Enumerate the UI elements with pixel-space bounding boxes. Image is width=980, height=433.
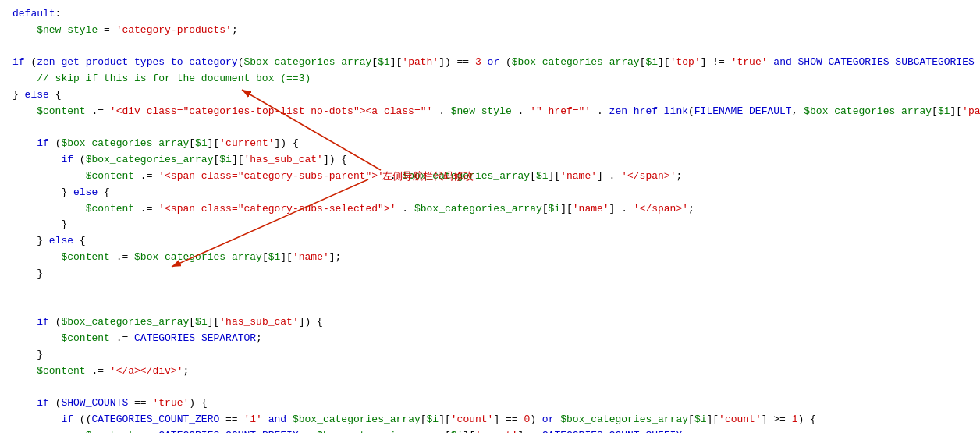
code-line [0, 379, 980, 396]
code-line [0, 120, 980, 137]
code-line: $content .= CATEGORIES_SEPARATOR; [0, 331, 980, 347]
code-line: $content .= $box_categories_array[$i]['n… [0, 250, 980, 266]
code-line [0, 282, 980, 299]
code-line: $content .= '<span class="category-subs-… [0, 169, 980, 185]
code-line: default: [0, 6, 980, 23]
code-line: if ((CATEGORIES_COUNT_ZERO == '1' and $b… [0, 412, 980, 428]
code-line: } else { [0, 87, 980, 104]
code-line: $content .= CATEGORIES_COUNT_PREFIX . $b… [0, 428, 980, 433]
code-line: if ($box_categories_array[$i]['has_sub_c… [0, 314, 980, 331]
code-line: } [0, 217, 980, 233]
code-line: $content .= '<span class="category-subs-… [0, 201, 980, 218]
code-line: } else { [0, 233, 980, 250]
code-line: if (SHOW_COUNTS == 'true') { [0, 396, 980, 412]
code-line: $new_style = 'category-products'; [0, 23, 980, 39]
code-line [0, 298, 980, 314]
code-line: // skip if this is for the document box … [0, 71, 980, 87]
code-line: } [0, 266, 980, 282]
code-line: if ($box_categories_array[$i]['has_sub_c… [0, 152, 980, 169]
code-editor: default: $new_style = 'category-products… [0, 0, 980, 433]
code-line: if ($box_categories_array[$i]['current']… [0, 136, 980, 152]
annotation-label: 左侧导航栏代码修改 [382, 169, 474, 185]
code-line: $content .= '<div class="categories-top-… [0, 104, 980, 120]
code-line: $content .= '</a></div>'; [0, 364, 980, 380]
code-line [0, 39, 980, 55]
code-line: } [0, 347, 980, 364]
code-line: if (zen_get_product_types_to_category($b… [0, 55, 980, 71]
code-line: } else { [0, 185, 980, 201]
